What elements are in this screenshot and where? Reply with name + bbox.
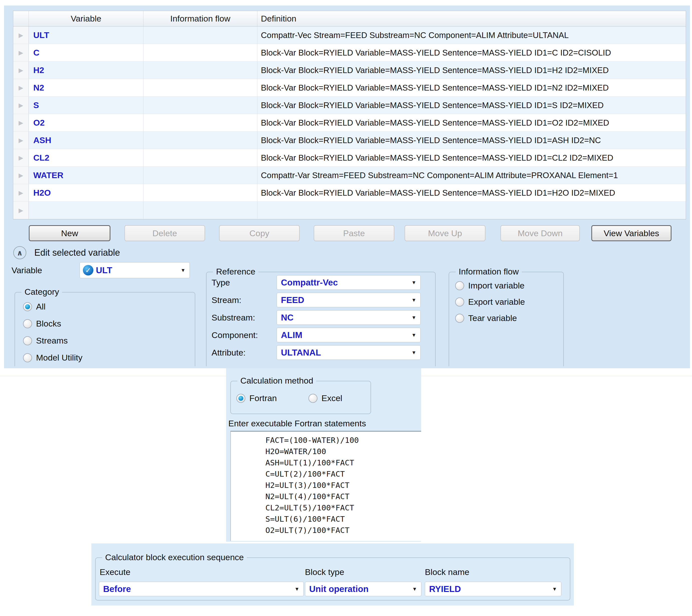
variable-cell[interactable]: C xyxy=(29,44,144,61)
code-line: H2O=WATER/100 xyxy=(265,446,421,457)
attribute-select[interactable]: ULTANAL ▼ xyxy=(277,345,421,360)
collapse-section-button[interactable]: ∧ xyxy=(13,246,26,259)
definition-cell[interactable]: Block-Var Block=RYIELD Variable=MASS-YIE… xyxy=(257,184,686,201)
variable-cell[interactable]: O2 xyxy=(29,114,144,131)
radio-label: Streams xyxy=(36,336,68,346)
variable-cell[interactable]: ULT xyxy=(29,26,144,44)
component-select-value: ALIM xyxy=(277,330,302,340)
definition-cell[interactable]: Block-Var Block=RYIELD Variable=MASS-YIE… xyxy=(257,44,686,61)
execution-sequence-title: Calculator block execution sequence xyxy=(102,552,247,562)
row-selector[interactable]: ▶ xyxy=(13,62,29,79)
info-flow-cell[interactable] xyxy=(144,184,257,201)
variable-cell[interactable] xyxy=(29,202,144,219)
view-variables-button[interactable]: View Variables xyxy=(591,225,671,241)
radio-export-variable[interactable]: Export variable xyxy=(455,297,525,307)
header-information-flow[interactable]: Information flow xyxy=(144,11,257,26)
definition-cell[interactable]: Block-Var Block=RYIELD Variable=MASS-YIE… xyxy=(257,114,686,131)
block-name-select[interactable]: RYIELD ▼ xyxy=(425,582,561,596)
definition-cell[interactable]: Block-Var Block=RYIELD Variable=MASS-YIE… xyxy=(257,62,686,79)
move-up-button: Move Up xyxy=(404,225,485,241)
row-selector[interactable]: ▶ xyxy=(13,44,29,61)
new-button[interactable]: New xyxy=(29,225,110,241)
definition-cell[interactable]: Block-Var Block=RYIELD Variable=MASS-YIE… xyxy=(257,132,686,149)
variable-cell[interactable]: H2 xyxy=(29,62,144,79)
row-selector[interactable]: ▶ xyxy=(13,149,29,167)
chevron-down-icon: ▼ xyxy=(412,586,417,592)
row-selector[interactable]: ▶ xyxy=(13,96,29,114)
variables-table: Variable Information flow Definition ▶ U… xyxy=(13,11,686,219)
variable-cell[interactable]: ASH xyxy=(29,132,144,149)
variable-select[interactable]: ✓ ULT ▼ xyxy=(80,262,190,278)
definition-cell[interactable]: Compattr-Vec Stream=FEED Substream=NC Co… xyxy=(257,26,686,44)
radio-tear-variable[interactable]: Tear variable xyxy=(455,313,517,323)
info-flow-cell[interactable] xyxy=(144,62,257,79)
type-select-value: Compattr-Vec xyxy=(277,278,338,287)
block-name-select-value: RYIELD xyxy=(425,584,461,594)
radio-icon xyxy=(455,314,464,323)
definition-cell[interactable]: Block-Var Block=RYIELD Variable=MASS-YIE… xyxy=(257,149,686,167)
type-label: Type xyxy=(212,275,230,290)
fortran-code-editor[interactable]: FACT=(100-WATER)/100 H2O=WATER/100 ASH=U… xyxy=(230,431,421,541)
table-row: ▶ WATER Compattr-Var Stream=FEED Substre… xyxy=(13,167,686,184)
table-row: ▶ N2 Block-Var Block=RYIELD Variable=MAS… xyxy=(13,79,686,96)
radio-excel[interactable]: Excel xyxy=(309,393,342,403)
radio-category-all[interactable]: All xyxy=(23,302,46,311)
radio-category-blocks[interactable]: Blocks xyxy=(23,319,61,329)
code-line: C=ULT(2)/100*FACT xyxy=(265,468,421,480)
definition-cell[interactable]: Block-Var Block=RYIELD Variable=MASS-YIE… xyxy=(257,79,686,96)
info-flow-cell[interactable] xyxy=(144,26,257,44)
radio-label: Blocks xyxy=(36,319,61,329)
definition-cell[interactable]: Compattr-Var Stream=FEED Substream=NC Co… xyxy=(257,167,686,184)
chevron-down-icon: ▼ xyxy=(181,267,186,273)
code-line: FACT=(100-WATER)/100 xyxy=(265,435,421,446)
info-flow-cell[interactable] xyxy=(144,114,257,131)
radio-category-streams[interactable]: Streams xyxy=(23,336,68,346)
variable-cell[interactable]: WATER xyxy=(29,167,144,184)
radio-category-model-utility[interactable]: Model Utility xyxy=(23,353,82,362)
info-flow-cell[interactable] xyxy=(144,96,257,114)
variable-cell[interactable]: H2O xyxy=(29,184,144,201)
info-flow-cell[interactable] xyxy=(144,79,257,96)
info-flow-cell[interactable] xyxy=(144,44,257,61)
variable-cell[interactable]: CL2 xyxy=(29,149,144,167)
copy-button: Copy xyxy=(219,225,300,241)
radio-fortran[interactable]: Fortran xyxy=(236,393,277,403)
block-type-label: Block type xyxy=(305,566,344,578)
variable-cell[interactable]: S xyxy=(29,96,144,114)
info-flow-cell[interactable] xyxy=(144,149,257,167)
row-selector[interactable]: ▶ xyxy=(13,202,29,219)
block-type-select-value: Unit operation xyxy=(305,584,369,594)
radio-label: Excel xyxy=(321,393,342,403)
row-selector[interactable]: ▶ xyxy=(13,167,29,184)
chevron-down-icon: ▼ xyxy=(294,586,299,592)
row-selector[interactable]: ▶ xyxy=(13,26,29,44)
info-flow-cell[interactable] xyxy=(144,202,257,219)
info-flow-cell[interactable] xyxy=(144,167,257,184)
edit-section-title: Edit selected variable xyxy=(34,246,120,259)
component-label: Component: xyxy=(212,328,258,342)
definition-cell[interactable] xyxy=(257,202,686,219)
stream-label: Stream: xyxy=(212,293,242,307)
radio-icon xyxy=(23,302,32,311)
variable-cell[interactable]: N2 xyxy=(29,79,144,96)
row-selector[interactable]: ▶ xyxy=(13,184,29,201)
info-flow-cell[interactable] xyxy=(144,132,257,149)
row-selector[interactable]: ▶ xyxy=(13,132,29,149)
radio-icon xyxy=(236,394,245,403)
component-select[interactable]: ALIM ▼ xyxy=(277,328,421,342)
radio-import-variable[interactable]: Import variable xyxy=(455,281,525,290)
header-variable[interactable]: Variable xyxy=(29,11,144,26)
chevron-up-icon: ∧ xyxy=(17,248,23,257)
execute-select[interactable]: Before ▼ xyxy=(99,582,304,596)
substream-select[interactable]: NC ▼ xyxy=(277,310,421,325)
block-type-select[interactable]: Unit operation ▼ xyxy=(305,582,421,596)
row-selector[interactable]: ▶ xyxy=(13,114,29,131)
header-definition[interactable]: Definition xyxy=(257,11,686,26)
stream-select[interactable]: FEED ▼ xyxy=(277,293,421,307)
row-selector[interactable]: ▶ xyxy=(13,79,29,96)
radio-icon xyxy=(23,319,32,328)
variable-label: Variable xyxy=(12,262,42,278)
type-select[interactable]: Compattr-Vec ▼ xyxy=(277,275,421,290)
definition-cell[interactable]: Block-Var Block=RYIELD Variable=MASS-YIE… xyxy=(257,96,686,114)
row-marker-icon: ▶ xyxy=(19,155,23,161)
